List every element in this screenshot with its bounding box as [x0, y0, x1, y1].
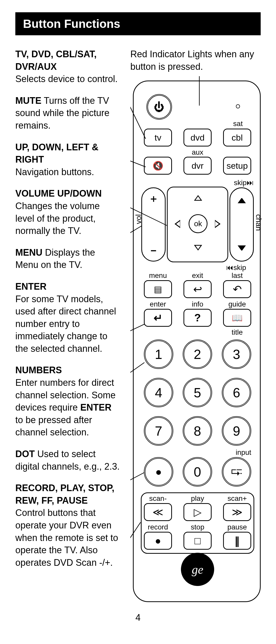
- desc-dot: DOT Used to select digital channels, e.g…: [15, 448, 120, 473]
- desc-transport: RECORD, PLAY, STOP, REW, FF, PAUSEContro…: [15, 482, 120, 569]
- desc-device: TV, DVD, CBL/SAT, DVR/AUXSelects device …: [15, 48, 120, 85]
- manual-page: Button Functions TV, DVD, CBL/SAT, DVR/A…: [0, 0, 276, 638]
- label-play: play: [183, 494, 212, 503]
- num-1-button[interactable]: 1: [144, 340, 173, 369]
- nav-up-button[interactable]: [194, 195, 202, 201]
- stop-button[interactable]: □: [183, 532, 212, 550]
- channel-up-icon: [238, 193, 246, 198]
- num-2-button[interactable]: 2: [183, 340, 212, 369]
- question-mark-icon: ?: [194, 312, 201, 324]
- label-chan: chan: [254, 214, 263, 231]
- mute-button[interactable]: 🔇: [144, 157, 172, 175]
- ok-button[interactable]: ok: [189, 214, 208, 233]
- label-guide: guide: [223, 300, 251, 308]
- exit-button[interactable]: ↩: [183, 280, 212, 298]
- enter-icon: ↵: [154, 312, 163, 324]
- label-exit: exit: [183, 272, 212, 280]
- num-6-button[interactable]: 6: [222, 378, 251, 407]
- dot-button[interactable]: ●: [144, 457, 173, 487]
- power-icon: ⏻: [154, 102, 164, 112]
- label-pause: pause: [223, 523, 251, 531]
- enter-button[interactable]: ↵: [144, 309, 172, 327]
- desc-volume: VOLUME UP/DOWNChanges the volume level o…: [15, 187, 120, 237]
- guide-button[interactable]: 📖: [223, 309, 251, 327]
- desc-nav: UP, DOWN, LEFT & RIGHTNavigation buttons…: [15, 141, 120, 178]
- pause-icon: ‖: [235, 535, 240, 547]
- num-3-button[interactable]: 3: [222, 340, 251, 369]
- num-7-button[interactable]: 7: [144, 416, 173, 446]
- label-sat: sat: [225, 120, 251, 128]
- fast-forward-icon: ≫: [232, 506, 243, 518]
- label-stop: stop: [183, 523, 212, 531]
- label-scan-plus: scan+: [223, 494, 251, 503]
- label-record: record: [144, 523, 172, 531]
- power-button[interactable]: ⏻: [146, 94, 172, 120]
- diagram-column: Red Indicator Lights when any button is …: [130, 48, 261, 602]
- label-last: last: [223, 272, 251, 280]
- input-button[interactable]: ⮓: [222, 457, 251, 487]
- rewind-icon: ≪: [153, 506, 163, 518]
- stop-icon: □: [194, 535, 201, 547]
- play-button[interactable]: ▷: [183, 503, 212, 521]
- menu-icon: ▤: [154, 284, 162, 294]
- pause-button[interactable]: ‖: [223, 532, 251, 550]
- desc-enter: ENTERFor some TV models, used after dire…: [15, 280, 120, 355]
- cbl-sat-button[interactable]: cbl: [223, 129, 251, 146]
- rewind-button[interactable]: ≪: [144, 503, 172, 521]
- menu-button[interactable]: ▤: [144, 280, 172, 298]
- label-vol: vol: [134, 214, 143, 224]
- tv-button[interactable]: tv: [144, 129, 172, 146]
- nav-down-button[interactable]: [194, 245, 202, 251]
- volume-up-icon: ＋: [148, 193, 159, 204]
- mute-icon: 🔇: [153, 161, 163, 171]
- dvd-button[interactable]: dvd: [183, 129, 212, 146]
- indicator-led: [236, 104, 240, 108]
- desc-mute: MUTE Turns off the TV sound while the pi…: [15, 95, 120, 132]
- content-columns: TV, DVD, CBL/SAT, DVR/AUXSelects device …: [15, 48, 261, 602]
- undo-icon: ↶: [233, 283, 242, 296]
- label-scan-minus: scan-: [144, 494, 172, 503]
- label-enter: enter: [144, 300, 172, 308]
- label-info: info: [183, 300, 212, 308]
- label-aux: aux: [185, 148, 210, 156]
- label-title: title: [223, 328, 251, 336]
- last-button[interactable]: ↶: [223, 280, 251, 298]
- label-skip-fwd: skip⏭: [218, 178, 254, 187]
- descriptions-column: TV, DVD, CBL/SAT, DVR/AUXSelects device …: [15, 48, 120, 602]
- input-icon: ⮓: [231, 465, 243, 479]
- indicator-note: Red Indicator Lights when any button is …: [130, 48, 261, 73]
- desc-numbers: NUMBERSEnter numbers for direct channel …: [15, 364, 120, 439]
- setup-button[interactable]: setup: [223, 157, 251, 175]
- label-menu: menu: [144, 272, 172, 280]
- channel-down-icon: [238, 251, 246, 256]
- num-8-button[interactable]: 8: [183, 416, 212, 446]
- desc-menu: MENU Displays the Menu on the TV.: [15, 246, 120, 271]
- num-9-button[interactable]: 9: [222, 416, 251, 446]
- num-0-button[interactable]: 0: [183, 457, 212, 487]
- channel-rocker[interactable]: [229, 187, 254, 262]
- page-number: 4: [15, 612, 261, 623]
- num-4-button[interactable]: 4: [144, 378, 173, 407]
- volume-rocker[interactable]: ＋ −: [141, 187, 166, 262]
- ge-logo: ge: [181, 553, 214, 586]
- num-5-button[interactable]: 5: [183, 378, 212, 407]
- label-skip-back: ⏮skip: [210, 263, 246, 272]
- book-icon: 📖: [232, 313, 243, 323]
- record-icon: ●: [155, 535, 161, 547]
- volume-down-icon: −: [151, 245, 156, 256]
- dot-icon: ●: [155, 466, 162, 478]
- dvr-aux-button[interactable]: dvr: [183, 157, 212, 175]
- info-button[interactable]: ?: [183, 309, 212, 327]
- fast-forward-button[interactable]: ≫: [223, 503, 251, 521]
- record-button[interactable]: ●: [144, 532, 172, 550]
- back-icon: ↩: [193, 283, 202, 296]
- section-title: Button Functions: [15, 12, 261, 35]
- remote-diagram: ⏻ sat tv dvd cbl aux 🔇 dvr setup skip⏭ ＋…: [133, 81, 261, 602]
- label-input: input: [223, 448, 251, 457]
- play-icon: ▷: [194, 506, 202, 518]
